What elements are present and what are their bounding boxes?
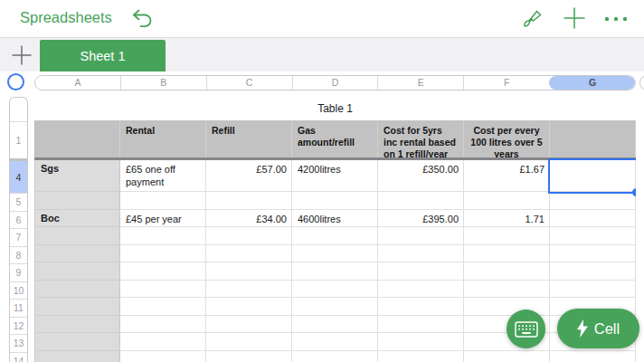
table-cell[interactable] <box>378 351 464 362</box>
table-cell[interactable]: £45 per year <box>120 210 206 228</box>
table-cell[interactable] <box>292 262 378 281</box>
cell-action-button[interactable]: Cell <box>557 309 639 348</box>
table-cell[interactable]: 4200litres <box>292 160 378 192</box>
table-cell[interactable] <box>550 121 636 157</box>
tab-sheet-1[interactable]: Sheet 1 <box>40 40 166 72</box>
table-cell[interactable] <box>206 245 292 263</box>
column-header-d[interactable]: D <box>292 76 378 90</box>
table-cell[interactable] <box>292 333 378 351</box>
undo-icon[interactable] <box>131 8 155 29</box>
table-cell[interactable] <box>292 227 378 245</box>
table-cell[interactable] <box>550 192 636 210</box>
table-cell[interactable] <box>34 121 120 157</box>
table-cell[interactable] <box>464 227 550 245</box>
table-cell[interactable] <box>34 351 120 362</box>
table-cell[interactable] <box>120 262 206 281</box>
table-cell[interactable] <box>378 316 464 334</box>
table-cell[interactable] <box>378 227 464 245</box>
row-header-1[interactable]: 1 <box>10 121 27 161</box>
row-header-13[interactable]: 13 <box>10 334 27 352</box>
table-cell[interactable] <box>34 281 120 299</box>
table-title[interactable]: Table 1 <box>34 97 636 120</box>
row-header-5[interactable]: 5 <box>10 193 27 211</box>
table-cell[interactable] <box>120 333 206 351</box>
table-cell[interactable] <box>120 192 206 210</box>
table-cell[interactable] <box>292 281 378 299</box>
table-cell[interactable] <box>292 192 378 210</box>
table-cell[interactable] <box>34 298 120 316</box>
column-header-f[interactable]: F <box>463 76 549 90</box>
table-cell[interactable] <box>292 298 378 316</box>
table-cell[interactable] <box>378 333 464 351</box>
table-cell[interactable]: £57.00 <box>206 160 292 192</box>
table-cell[interactable] <box>120 245 206 263</box>
table-cell[interactable]: Cost per every 100 litres over 5 years <box>464 121 550 157</box>
table-cell[interactable] <box>120 281 206 299</box>
table-cell[interactable] <box>120 227 206 245</box>
column-header-c[interactable]: C <box>206 76 292 90</box>
table-cell[interactable] <box>378 192 464 210</box>
row-header-8[interactable]: 8 <box>10 246 27 264</box>
table-cell[interactable]: £65 one off payment <box>120 160 206 192</box>
table-cell[interactable] <box>292 245 378 263</box>
table-cell[interactable] <box>34 316 120 334</box>
row-header-4-selected[interactable]: 4 <box>10 161 27 193</box>
table-cell[interactable] <box>206 227 292 245</box>
table-cell[interactable]: £395.00 <box>378 210 464 228</box>
add-icon[interactable] <box>563 6 586 30</box>
row-header-7[interactable]: 7 <box>10 228 27 246</box>
table-cell[interactable]: 1.71 <box>464 210 550 228</box>
add-column-handle[interactable] <box>639 75 644 90</box>
table-cell[interactable] <box>464 192 550 210</box>
row-header-12[interactable]: 12 <box>10 317 27 335</box>
table-cell[interactable] <box>206 333 292 351</box>
table-cell[interactable] <box>34 227 120 245</box>
table-cell[interactable] <box>464 351 550 362</box>
row-header-11[interactable]: 11 <box>10 299 27 317</box>
table-cell[interactable]: Sgs <box>34 160 120 192</box>
row-header-6[interactable]: 6 <box>10 211 27 229</box>
row-header-14[interactable]: 14 <box>10 352 27 362</box>
table-cell[interactable] <box>120 351 206 362</box>
table-cell[interactable] <box>550 245 636 263</box>
table-cell[interactable] <box>206 298 292 316</box>
table-cell[interactable] <box>378 281 464 299</box>
table-cell[interactable] <box>34 192 120 210</box>
table-cell[interactable]: £350.00 <box>378 160 464 192</box>
table-cell[interactable] <box>120 316 206 334</box>
more-icon[interactable] <box>602 10 630 28</box>
row-header-9[interactable]: 9 <box>10 263 27 281</box>
add-sheet-button[interactable] <box>9 43 34 68</box>
format-paintbrush-icon[interactable] <box>519 7 543 31</box>
table-cell[interactable] <box>206 262 292 281</box>
table-cell[interactable]: 4600litres <box>292 210 378 228</box>
row-header-10[interactable]: 10 <box>10 281 27 300</box>
column-header-g-selected[interactable]: G <box>549 76 635 90</box>
table-cell[interactable] <box>206 281 292 299</box>
table-cell[interactable] <box>464 245 550 263</box>
selection-drag-handle[interactable] <box>632 188 636 196</box>
spreadsheets-back-button[interactable]: Spreadsheets <box>20 9 112 26</box>
keyboard-button[interactable] <box>507 310 545 348</box>
table-cell[interactable] <box>550 281 636 299</box>
table-cell[interactable] <box>206 192 292 210</box>
table-cell[interactable] <box>34 333 120 351</box>
table-cell[interactable] <box>292 316 378 334</box>
table-cell[interactable] <box>464 262 550 281</box>
table-cell[interactable] <box>550 351 636 362</box>
table-cell[interactable] <box>378 245 464 263</box>
column-header-e[interactable]: E <box>377 76 463 90</box>
column-header-a[interactable]: A <box>35 76 120 90</box>
table-cell[interactable] <box>120 298 206 316</box>
table-cell[interactable] <box>292 351 378 362</box>
table-cell[interactable]: Gas amount/refill <box>292 121 378 157</box>
table-cell[interactable]: Rental <box>120 121 206 157</box>
table-cell[interactable]: £34.00 <box>206 210 292 228</box>
table-cell[interactable] <box>378 298 464 316</box>
table-cell[interactable] <box>378 262 464 281</box>
table-cell[interactable] <box>206 316 292 334</box>
table-cell[interactable]: Refill <box>206 121 292 157</box>
table-cell[interactable] <box>550 262 636 281</box>
table-cell[interactable] <box>34 262 120 281</box>
table-cell[interactable] <box>34 245 120 263</box>
